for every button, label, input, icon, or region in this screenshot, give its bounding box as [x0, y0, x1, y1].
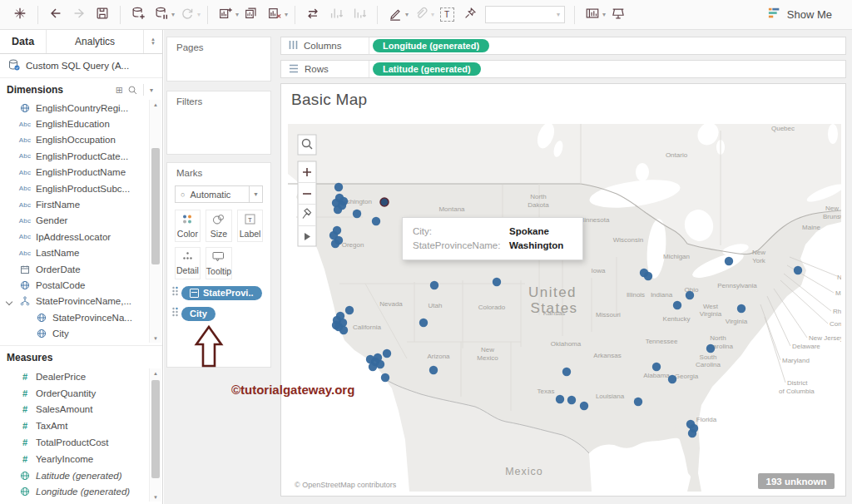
dimension-field[interactable]: AbcFirstName: [0, 196, 163, 212]
dimension-field[interactable]: AbcEnglishProductName: [0, 165, 163, 180]
map-mark-dot[interactable]: [725, 257, 733, 265]
show-mark-labels-button[interactable]: T: [437, 4, 457, 26]
tooltip-button[interactable]: Tooltip: [206, 247, 232, 279]
map-mark-dot-highlighted[interactable]: [380, 198, 389, 206]
map-canvas[interactable]: WashingtonOregonMontanaNorthDakotaQuebec…: [288, 124, 841, 492]
find-field-icon[interactable]: [128, 86, 137, 95]
dimension-field[interactable]: PostalCode: [0, 277, 163, 293]
pill-stateprovi--[interactable]: StateProvi..: [181, 286, 262, 300]
map-mark-dot[interactable]: [339, 326, 348, 334]
map-mark-dot[interactable]: [794, 266, 802, 274]
mark-type-dropdown[interactable]: ○ Automatic ▼: [175, 185, 263, 203]
chevron-down-icon[interactable]: ▾: [285, 11, 288, 18]
dimension-field[interactable]: AbcEnglishProductSubc...: [0, 180, 163, 196]
new-worksheet-button[interactable]: [215, 4, 235, 26]
map-mark-dot[interactable]: [686, 291, 694, 299]
tab-data[interactable]: Data: [0, 30, 46, 53]
measure-field[interactable]: #TaxAmt: [0, 418, 163, 434]
map-mark-dot[interactable]: [652, 363, 661, 371]
label-button[interactable]: TLabel: [237, 210, 263, 242]
map-mark-dot[interactable]: [353, 210, 361, 218]
dimension-field[interactable]: AbcIpAddressLocator: [0, 229, 163, 245]
columns-shelf[interactable]: Columns Longitude (generated): [280, 37, 846, 55]
map-mark-dot[interactable]: [429, 366, 438, 374]
dimension-field[interactable]: OrderDate: [0, 261, 163, 277]
map-mark-dot[interactable]: [331, 240, 339, 248]
expander-chevron-icon[interactable]: [6, 298, 12, 304]
map-mark-dot[interactable]: [374, 353, 382, 362]
view-combobox[interactable]: ▾: [485, 6, 565, 23]
measure-field[interactable]: Longitude (generated): [0, 484, 163, 501]
swap-rows-columns-button[interactable]: [303, 4, 323, 26]
dimension-field[interactable]: AbcEnglishEducation: [0, 116, 163, 131]
measures-scrollbar[interactable]: ▲ ▼: [149, 368, 161, 502]
view-data-grid-icon[interactable]: ⊞: [116, 85, 123, 96]
map-mark-dot[interactable]: [430, 281, 438, 289]
sheet-title[interactable]: Basic Map: [291, 91, 367, 109]
dimension-field[interactable]: EnglishCountryRegi...: [0, 100, 163, 116]
pill-city[interactable]: City: [181, 307, 215, 321]
scroll-down-icon[interactable]: ▼: [150, 334, 161, 343]
dimension-field[interactable]: StateProvinceNa...: [0, 309, 163, 325]
clear-sheet-button[interactable]: [265, 4, 285, 26]
map-mark-dot[interactable]: [369, 363, 377, 371]
detail-button[interactable]: Detail: [175, 247, 201, 279]
rows-shelf[interactable]: Rows Latitude (generated): [280, 60, 846, 78]
dimension-field[interactable]: AbcEnglishProductCate...: [0, 148, 163, 164]
map-mark-dot[interactable]: [562, 368, 571, 376]
dimension-field[interactable]: AbcEnglishOccupation: [0, 132, 163, 148]
fix-axes-button[interactable]: [460, 4, 480, 26]
scroll-up-icon[interactable]: ▲: [150, 368, 161, 378]
map-mark-dot[interactable]: [706, 344, 715, 353]
scroll-up-icon[interactable]: ▲: [150, 100, 161, 109]
map-mark-dot[interactable]: [419, 319, 428, 327]
pane-menu-caret-icon[interactable]: ▾: [150, 86, 153, 94]
pause-auto-updates-button[interactable]: [151, 4, 171, 26]
map-mark-dot[interactable]: [737, 304, 746, 313]
scroll-down-icon[interactable]: ▼: [150, 492, 161, 502]
dimensions-scrollbar[interactable]: ▲ ▼: [149, 100, 161, 343]
tableau-logo-icon[interactable]: [10, 4, 30, 26]
map-zoom-controls[interactable]: [298, 161, 316, 246]
pill-latitude-generated[interactable]: Latitude (generated): [373, 62, 481, 76]
measure-field[interactable]: #OrderQuantity: [0, 385, 163, 402]
measure-field[interactable]: #YearlyIncome: [0, 451, 163, 467]
fit-selector[interactable]: [582, 4, 602, 26]
save-button[interactable]: [92, 4, 112, 26]
new-datasource-button[interactable]: [128, 4, 148, 26]
pill-longitude-generated[interactable]: Longitude (generated): [373, 39, 489, 52]
size-button[interactable]: Size: [206, 210, 232, 242]
chevron-down-icon[interactable]: ▾: [171, 11, 175, 18]
map-mark-dot[interactable]: [383, 349, 391, 358]
map-mark-dot[interactable]: [345, 306, 354, 314]
measure-field[interactable]: #DealerPrice: [0, 368, 163, 385]
map-mark-dot[interactable]: [334, 205, 342, 214]
color-button[interactable]: Color: [175, 210, 201, 242]
map-mark-dot[interactable]: [688, 429, 696, 437]
highlight-button[interactable]: [385, 4, 405, 26]
chevron-down-icon[interactable]: ▾: [235, 11, 239, 18]
map-search-button[interactable]: [298, 135, 316, 155]
map-mark-dot[interactable]: [339, 197, 348, 205]
scrollbar-thumb[interactable]: [151, 148, 160, 264]
chevron-down-icon[interactable]: ▼: [249, 186, 262, 202]
measure-field[interactable]: #SalesAmount: [0, 402, 163, 418]
chevron-down-icon[interactable]: ▾: [602, 11, 606, 18]
map-mark-dot[interactable]: [332, 321, 340, 329]
map-mark-dot[interactable]: [556, 395, 564, 403]
unknown-values-badge[interactable]: 193 unknown: [758, 473, 835, 489]
map-mark-dot[interactable]: [668, 375, 676, 383]
map-mark-dot[interactable]: [634, 398, 642, 406]
dimension-field[interactable]: AbcLastName: [0, 245, 163, 261]
measure-field[interactable]: Latitude (generated): [0, 467, 163, 484]
dimension-field[interactable]: AbcGender: [0, 213, 163, 229]
map-mark-dot[interactable]: [644, 272, 652, 280]
map-mark-dot[interactable]: [567, 396, 576, 404]
dimension-field[interactable]: StateProvinceName,...: [0, 294, 163, 309]
measure-field[interactable]: #TotalProductCost: [0, 434, 163, 451]
map-mark-dot[interactable]: [673, 301, 681, 309]
show-me-button[interactable]: Show Me: [768, 7, 832, 22]
dimension-field[interactable]: City: [0, 325, 163, 341]
filters-shelf[interactable]: Filters: [166, 91, 271, 155]
map-mark-dot[interactable]: [334, 183, 343, 191]
